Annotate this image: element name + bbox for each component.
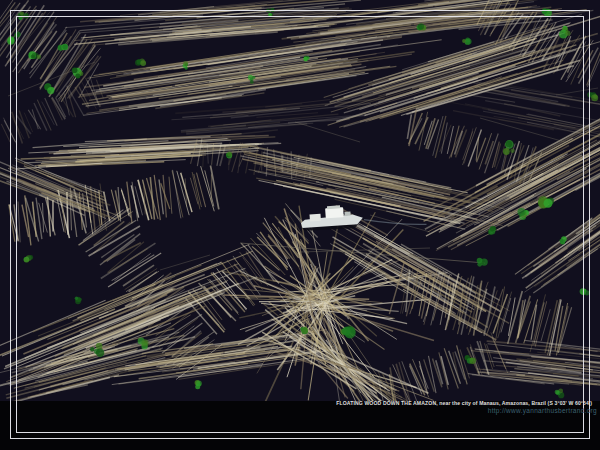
boat-aft-structure: [309, 214, 320, 222]
boat-bow-deck: [344, 212, 350, 216]
desktop-wallpaper: FLOATING WOOD DOWN THE AMAZON, near the …: [0, 0, 600, 450]
bottom-black-band: [0, 401, 600, 450]
aerial-photo-floating-logs: [0, 0, 600, 450]
